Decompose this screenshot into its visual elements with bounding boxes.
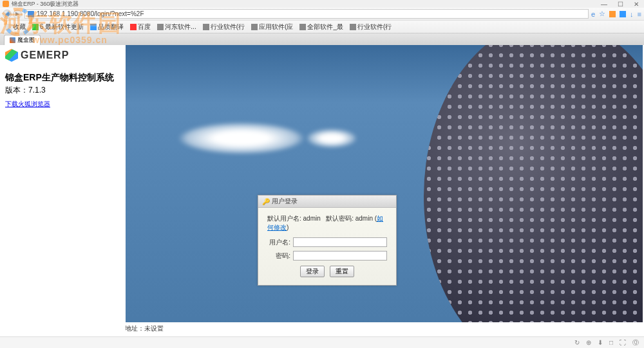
bookmark-item[interactable]: 6 最新软件更新 (30, 22, 86, 32)
status-icon[interactable]: ↻ (574, 339, 580, 346)
minimize-button[interactable]: — (598, 1, 610, 8)
tabbar: 魔盒图 (0, 33, 644, 45)
logo-text: GEMERP (21, 50, 69, 61)
bookmark-item[interactable]: 行业软件(行 (347, 22, 394, 32)
sidebar: GEMERP 锦盒ERP生产物料控制系统 版本：7.1.3 下载火狐浏览器 (0, 45, 126, 333)
addressbar: ◀ ▶ 192.168.1.190:8080/login/?next=%2F e… (0, 8, 644, 21)
bookmark-item[interactable]: 百度 (128, 22, 153, 32)
favorite-icon[interactable]: ☆ (599, 10, 605, 18)
login-dialog: 🔑 用户登录 默认用户名: admin 默认密码: admin (如何修改) 用… (258, 195, 397, 286)
username-input[interactable] (293, 237, 387, 247)
status-icon[interactable]: Ⓠ (632, 338, 639, 347)
back-button[interactable]: ◀ (3, 10, 12, 19)
key-icon: 🔑 (262, 198, 270, 205)
status-icon[interactable]: ⊕ (586, 339, 591, 346)
titlebar: 锦盒ERP - 360极速浏览器 — ☐ ✕ (0, 0, 644, 8)
username-label: 用户名: (267, 238, 293, 247)
page-content: GEMERP 锦盒ERP生产物料控制系统 版本：7.1.3 下载火狐浏览器 🔑 … (0, 45, 644, 333)
close-button[interactable]: ✕ (631, 1, 641, 8)
status-icon[interactable]: □ (609, 339, 613, 346)
system-title: 锦盒ERP生产物料控制系统 (0, 72, 126, 84)
bookmark-item[interactable]: 收藏 (3, 22, 28, 32)
window-title: 锦盒ERP - 360极速浏览器 (12, 0, 79, 8)
menu-icon[interactable]: ≡ (638, 10, 641, 18)
logo-cube-icon (5, 49, 18, 62)
bookmarkbar: 收藏 6 最新软件更新 品质翻译 百度 河东软件... 行业软件(行 应用软件(… (0, 21, 644, 33)
bookmark-item[interactable]: 河东软件... (155, 22, 198, 32)
password-label: 密码: (267, 252, 293, 261)
bookmark-item[interactable]: 行业软件(行 (200, 22, 247, 32)
ext-icon-1[interactable] (609, 11, 616, 17)
logo: GEMERP (5, 49, 120, 62)
site-icon (28, 11, 34, 17)
refresh-icon[interactable]: e (591, 10, 595, 18)
tab-active[interactable]: 魔盒图 (4, 35, 41, 45)
bookmark-item[interactable]: 全部软件_最 (297, 22, 346, 32)
login-hint: 默认用户名: admin 默认密码: admin (如何修改) (267, 214, 387, 232)
maximize-button[interactable]: ☐ (615, 1, 626, 8)
ext-icon-2[interactable] (620, 11, 626, 17)
login-button[interactable]: 登录 (300, 266, 325, 277)
download-firefox-link[interactable]: 下载火狐浏览器 (0, 97, 55, 111)
status-icon[interactable]: ⬇ (598, 339, 603, 346)
system-version: 版本：7.1.3 (0, 84, 126, 97)
download-icon[interactable]: ↓ (630, 10, 634, 18)
login-header-title: 用户登录 (272, 197, 298, 206)
url-input[interactable]: 192.168.1.190:8080/login/?next=%2F (24, 9, 589, 19)
app-icon (3, 1, 9, 7)
tab-icon (10, 37, 15, 43)
cloud-decoration (177, 122, 306, 154)
login-header: 🔑 用户登录 (258, 196, 396, 208)
tab-label: 魔盒图 (17, 36, 35, 44)
reset-button[interactable]: 重置 (330, 266, 354, 277)
url-text: 192.168.1.190:8080/login/?next=%2F (37, 10, 144, 17)
cloud-decoration (306, 129, 357, 148)
status-icon[interactable]: ⛶ (620, 339, 626, 346)
bookmark-item[interactable]: 品质翻译 (88, 22, 126, 32)
password-input[interactable] (293, 251, 387, 261)
background-image (126, 45, 643, 333)
forward-button[interactable]: ▶ (13, 10, 22, 19)
bookmark-item[interactable]: 应用软件(应 (249, 22, 296, 32)
statusbar: ↻ ⊕ ⬇ □ ⛶ Ⓠ (0, 336, 644, 348)
building-decoration (424, 45, 643, 333)
